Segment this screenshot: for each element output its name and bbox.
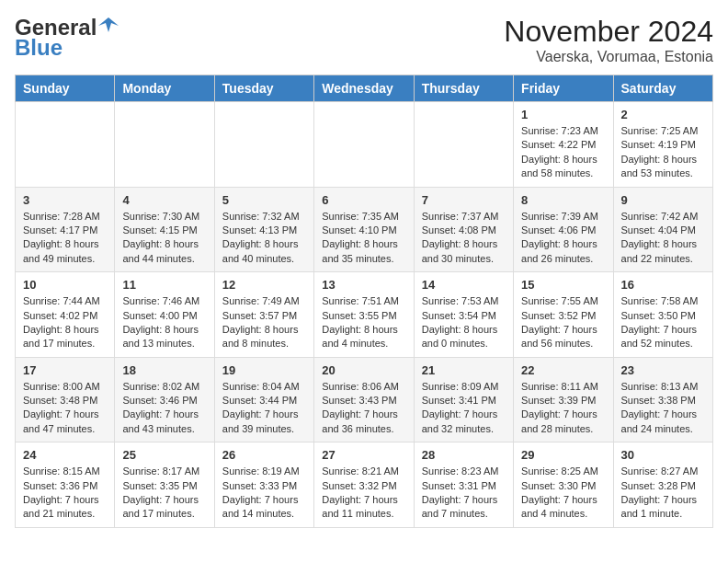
day-number: 10 xyxy=(23,278,107,292)
day-info: Sunrise: 8:21 AMSunset: 3:32 PMDaylight:… xyxy=(322,465,405,522)
calendar-cell: 12Sunrise: 7:49 AMSunset: 3:57 PMDayligh… xyxy=(214,272,313,358)
day-number: 11 xyxy=(122,278,206,292)
day-info: Sunrise: 7:53 AMSunset: 3:54 PMDaylight:… xyxy=(422,294,506,351)
calendar-header-row: Sunday Monday Tuesday Wednesday Thursday… xyxy=(16,75,713,102)
calendar-cell: 30Sunrise: 8:27 AMSunset: 3:28 PMDayligh… xyxy=(613,442,712,528)
day-number: 29 xyxy=(521,448,605,462)
day-number: 25 xyxy=(122,448,206,462)
day-info: Sunrise: 7:55 AMSunset: 3:52 PMDaylight:… xyxy=(521,294,605,351)
day-info: Sunrise: 7:42 AMSunset: 4:04 PMDaylight:… xyxy=(621,210,705,267)
month-year-title: November 2024 xyxy=(504,15,713,49)
location-subtitle: Vaerska, Vorumaa, Estonia xyxy=(504,49,713,65)
day-info: Sunrise: 7:25 AMSunset: 4:19 PMDaylight:… xyxy=(621,124,705,181)
week-row-2: 3Sunrise: 7:28 AMSunset: 4:17 PMDaylight… xyxy=(16,187,713,272)
calendar-cell: 13Sunrise: 7:51 AMSunset: 3:55 PMDayligh… xyxy=(314,272,414,358)
calendar-cell: 17Sunrise: 8:00 AMSunset: 3:48 PMDayligh… xyxy=(16,357,115,442)
header-tuesday: Tuesday xyxy=(214,75,313,102)
day-info: Sunrise: 8:17 AMSunset: 3:35 PMDaylight:… xyxy=(122,465,206,522)
calendar-cell: 22Sunrise: 8:11 AMSunset: 3:39 PMDayligh… xyxy=(514,357,613,442)
header: General Blue November 2024 Vaerska, Voru… xyxy=(15,15,713,65)
calendar-cell: 9Sunrise: 7:42 AMSunset: 4:04 PMDaylight… xyxy=(613,187,712,272)
calendar-cell: 10Sunrise: 7:44 AMSunset: 4:02 PMDayligh… xyxy=(16,272,115,358)
day-number: 22 xyxy=(521,363,605,377)
week-row-4: 17Sunrise: 8:00 AMSunset: 3:48 PMDayligh… xyxy=(16,357,713,442)
day-number: 27 xyxy=(322,448,405,462)
day-info: Sunrise: 8:04 AMSunset: 3:44 PMDaylight:… xyxy=(222,380,306,437)
day-number: 26 xyxy=(222,448,306,462)
day-number: 5 xyxy=(222,193,306,207)
day-number: 12 xyxy=(222,278,306,292)
day-info: Sunrise: 7:28 AMSunset: 4:17 PMDaylight:… xyxy=(23,210,107,267)
day-info: Sunrise: 7:35 AMSunset: 4:10 PMDaylight:… xyxy=(322,210,405,267)
day-info: Sunrise: 8:06 AMSunset: 3:43 PMDaylight:… xyxy=(322,380,405,437)
day-number: 1 xyxy=(521,108,605,121)
calendar-cell: 14Sunrise: 7:53 AMSunset: 3:54 PMDayligh… xyxy=(414,272,513,358)
calendar-cell: 19Sunrise: 8:04 AMSunset: 3:44 PMDayligh… xyxy=(214,357,313,442)
day-info: Sunrise: 7:23 AMSunset: 4:22 PMDaylight:… xyxy=(521,124,605,181)
day-number: 4 xyxy=(122,193,206,207)
calendar-cell: 21Sunrise: 8:09 AMSunset: 3:41 PMDayligh… xyxy=(414,357,513,442)
header-monday: Monday xyxy=(115,75,214,102)
calendar-cell: 3Sunrise: 7:28 AMSunset: 4:17 PMDaylight… xyxy=(16,187,115,272)
day-number: 24 xyxy=(23,448,107,462)
day-info: Sunrise: 8:09 AMSunset: 3:41 PMDaylight:… xyxy=(422,380,506,437)
day-number: 30 xyxy=(621,448,705,462)
calendar-cell: 4Sunrise: 7:30 AMSunset: 4:15 PMDaylight… xyxy=(115,187,214,272)
day-info: Sunrise: 8:19 AMSunset: 3:33 PMDaylight:… xyxy=(222,465,306,522)
week-row-3: 10Sunrise: 7:44 AMSunset: 4:02 PMDayligh… xyxy=(16,272,713,358)
calendar-cell: 8Sunrise: 7:39 AMSunset: 4:06 PMDaylight… xyxy=(514,187,613,272)
day-info: Sunrise: 7:30 AMSunset: 4:15 PMDaylight:… xyxy=(122,210,206,267)
day-number: 14 xyxy=(422,278,506,292)
calendar-cell xyxy=(314,102,414,188)
day-info: Sunrise: 7:51 AMSunset: 3:55 PMDaylight:… xyxy=(322,294,405,351)
header-wednesday: Wednesday xyxy=(314,75,414,102)
logo: General Blue xyxy=(15,15,119,61)
day-info: Sunrise: 7:46 AMSunset: 4:00 PMDaylight:… xyxy=(122,294,206,351)
day-info: Sunrise: 8:27 AMSunset: 3:28 PMDaylight:… xyxy=(621,465,705,522)
calendar-cell: 29Sunrise: 8:25 AMSunset: 3:30 PMDayligh… xyxy=(514,442,613,528)
day-info: Sunrise: 8:13 AMSunset: 3:38 PMDaylight:… xyxy=(621,380,705,437)
header-thursday: Thursday xyxy=(414,75,513,102)
calendar-cell: 7Sunrise: 7:37 AMSunset: 4:08 PMDaylight… xyxy=(414,187,513,272)
header-sunday: Sunday xyxy=(16,75,115,102)
day-info: Sunrise: 8:23 AMSunset: 3:31 PMDaylight:… xyxy=(422,465,506,522)
day-info: Sunrise: 8:02 AMSunset: 3:46 PMDaylight:… xyxy=(122,380,206,437)
day-info: Sunrise: 7:39 AMSunset: 4:06 PMDaylight:… xyxy=(521,210,605,267)
day-number: 20 xyxy=(322,363,405,377)
calendar-cell: 5Sunrise: 7:32 AMSunset: 4:13 PMDaylight… xyxy=(214,187,313,272)
day-number: 23 xyxy=(621,363,705,377)
calendar-cell: 23Sunrise: 8:13 AMSunset: 3:38 PMDayligh… xyxy=(613,357,712,442)
day-info: Sunrise: 7:44 AMSunset: 4:02 PMDaylight:… xyxy=(23,294,107,351)
day-number: 19 xyxy=(222,363,306,377)
day-info: Sunrise: 7:32 AMSunset: 4:13 PMDaylight:… xyxy=(222,210,306,267)
day-number: 18 xyxy=(122,363,206,377)
calendar-cell: 1Sunrise: 7:23 AMSunset: 4:22 PMDaylight… xyxy=(514,102,613,188)
day-number: 6 xyxy=(322,193,405,207)
calendar-cell: 15Sunrise: 7:55 AMSunset: 3:52 PMDayligh… xyxy=(514,272,613,358)
day-number: 2 xyxy=(621,108,705,121)
calendar-cell: 20Sunrise: 8:06 AMSunset: 3:43 PMDayligh… xyxy=(314,357,414,442)
day-number: 21 xyxy=(422,363,506,377)
svg-marker-0 xyxy=(98,17,119,32)
week-row-5: 24Sunrise: 8:15 AMSunset: 3:36 PMDayligh… xyxy=(16,442,713,528)
day-number: 16 xyxy=(621,278,705,292)
calendar-table: Sunday Monday Tuesday Wednesday Thursday… xyxy=(15,75,713,528)
title-area: November 2024 Vaerska, Vorumaa, Estonia xyxy=(504,15,713,65)
day-number: 15 xyxy=(521,278,605,292)
calendar-cell xyxy=(16,102,115,188)
day-info: Sunrise: 8:11 AMSunset: 3:39 PMDaylight:… xyxy=(521,380,605,437)
day-number: 7 xyxy=(422,193,506,207)
calendar-cell xyxy=(115,102,214,188)
day-info: Sunrise: 7:37 AMSunset: 4:08 PMDaylight:… xyxy=(422,210,506,267)
day-info: Sunrise: 8:00 AMSunset: 3:48 PMDaylight:… xyxy=(23,380,107,437)
logo-blue: Blue xyxy=(15,35,63,61)
day-info: Sunrise: 7:58 AMSunset: 3:50 PMDaylight:… xyxy=(621,294,705,351)
header-friday: Friday xyxy=(514,75,613,102)
calendar-cell xyxy=(214,102,313,188)
day-info: Sunrise: 7:49 AMSunset: 3:57 PMDaylight:… xyxy=(222,294,306,351)
day-number: 28 xyxy=(422,448,506,462)
week-row-1: 1Sunrise: 7:23 AMSunset: 4:22 PMDaylight… xyxy=(16,102,713,188)
calendar-cell xyxy=(414,102,513,188)
day-number: 3 xyxy=(23,193,107,207)
calendar-cell: 26Sunrise: 8:19 AMSunset: 3:33 PMDayligh… xyxy=(214,442,313,528)
